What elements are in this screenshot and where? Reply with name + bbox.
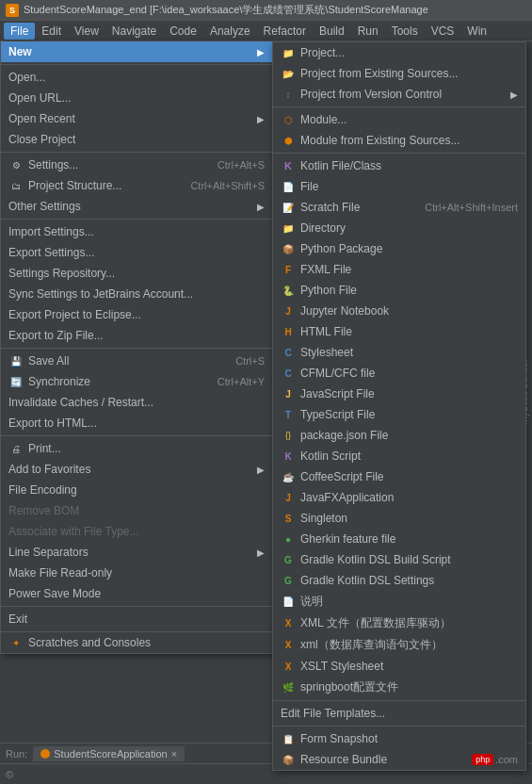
- kotlin-script-icon: K: [281, 449, 296, 464]
- menu-project-vcs[interactable]: ↕ Project from Version Control ▶: [273, 84, 525, 105]
- menu-export-settings[interactable]: Export Settings...: [1, 242, 272, 263]
- menu-close-project[interactable]: Close Project: [1, 129, 272, 150]
- menu-import-settings[interactable]: Import Settings...: [1, 221, 272, 242]
- menu-singleton[interactable]: S Singleton: [273, 508, 525, 529]
- shuoming-label: 说明: [300, 594, 518, 610]
- menu-sync-settings[interactable]: Sync Settings to JetBrains Account...: [1, 284, 272, 304]
- menu-export-zip[interactable]: Export to Zip File...: [1, 325, 272, 346]
- menu-xml-query[interactable]: X xml（数据库查询语句文件）: [273, 634, 525, 656]
- settings-label: Settings...: [28, 158, 208, 172]
- menu-navigate[interactable]: Navigate: [105, 23, 163, 40]
- menu-synchronize[interactable]: 🔄 Synchronize Ctrl+Alt+Y: [1, 371, 272, 392]
- menu-invalidate-caches[interactable]: Invalidate Caches / Restart...: [1, 392, 272, 413]
- menu-open-recent[interactable]: Open Recent ▶: [1, 108, 272, 129]
- menu-new[interactable]: New ▶: [1, 41, 272, 62]
- menu-project-structure[interactable]: 🗂 Project Structure... Ctrl+Alt+Shift+S: [1, 175, 272, 196]
- menu-form-snapshot[interactable]: 📋 Form Snapshot: [273, 728, 525, 749]
- menu-project-existing[interactable]: 📂 Project from Existing Sources...: [273, 63, 525, 84]
- menu-add-favorites[interactable]: Add to Favorites ▶: [1, 459, 272, 480]
- menu-resource-bundle[interactable]: 📦 Resource Bundle php .com: [273, 749, 525, 770]
- menu-view[interactable]: View: [68, 23, 105, 40]
- menu-analyze[interactable]: Analyze: [203, 23, 257, 40]
- menu-win[interactable]: Win: [460, 23, 493, 40]
- title-bar: S StudentScoreManage_end [F:\idea_worksa…: [0, 0, 532, 21]
- menu-kotlin-script[interactable]: K Kotlin Script: [273, 446, 525, 466]
- menu-gradle-kotlin-settings[interactable]: G Gradle Kotlin DSL Settings: [273, 570, 525, 591]
- synchronize-label: Synchronize: [28, 375, 208, 388]
- sep-5: [1, 435, 272, 436]
- menu-javafx[interactable]: J JavaFXApplication: [273, 487, 525, 508]
- menu-scratches[interactable]: ✦ Scratches and Consoles: [1, 631, 272, 653]
- gherkin-label: Gherkin feature file: [300, 532, 518, 546]
- menu-springboot[interactable]: 🌿 springboot配置文件: [273, 677, 525, 698]
- menu-tools[interactable]: Tools: [385, 23, 425, 40]
- menu-edit[interactable]: Edit: [35, 23, 68, 40]
- singleton-label: Singleton: [300, 512, 518, 525]
- file-label: File: [300, 180, 518, 193]
- menu-settings-repo[interactable]: Settings Repository...: [1, 263, 272, 284]
- menu-edit-templates[interactable]: Edit File Templates...: [273, 703, 525, 724]
- menu-project[interactable]: 📁 Project...: [273, 42, 525, 63]
- project-existing-label: Project from Existing Sources...: [300, 67, 518, 80]
- menu-fxml-file[interactable]: F FXML File: [273, 259, 525, 280]
- menu-export-eclipse[interactable]: Export Project to Eclipse...: [1, 304, 272, 325]
- menu-print[interactable]: 🖨 Print...: [1, 438, 272, 459]
- menu-python-file[interactable]: 🐍 Python File: [273, 280, 525, 301]
- ts-file-label: TypeScript File: [300, 408, 518, 421]
- menu-module-existing[interactable]: ⬢ Module from Existing Sources...: [273, 130, 525, 151]
- project-structure-shortcut: Ctrl+Alt+Shift+S: [190, 180, 265, 191]
- add-favorites-arrow: ▶: [257, 465, 265, 475]
- menu-open-url[interactable]: Open URL...: [1, 88, 272, 108]
- menu-ts-file[interactable]: T TypeScript File: [273, 404, 525, 425]
- run-tab-close[interactable]: ×: [171, 748, 177, 760]
- menu-xslt[interactable]: X XSLT Stylesheet: [273, 656, 525, 677]
- menu-cfml[interactable]: C CFML/CFC file: [273, 363, 525, 384]
- menu-gherkin[interactable]: ● Gherkin feature file: [273, 529, 525, 549]
- menu-code[interactable]: Code: [163, 23, 203, 40]
- menu-xml-db[interactable]: X XML 文件（配置数据库驱动）: [273, 612, 525, 634]
- menu-vcs[interactable]: VCS: [425, 23, 461, 40]
- scratch-file-icon: 📝: [281, 200, 296, 215]
- fxml-file-label: FXML File: [300, 263, 518, 276]
- menu-directory[interactable]: 📁 Directory: [273, 218, 525, 238]
- menu-package-json[interactable]: {} package.json File: [273, 425, 525, 446]
- menu-js-file[interactable]: J JavaScript File: [273, 384, 525, 404]
- project-label: Project...: [300, 46, 518, 59]
- menu-python-package[interactable]: 📦 Python Package: [273, 238, 525, 259]
- menu-line-separators[interactable]: Line Separators ▶: [1, 542, 272, 563]
- sep-4: [1, 348, 272, 349]
- menu-shuoming[interactable]: 📄 说明: [273, 591, 525, 612]
- menu-kotlin-file[interactable]: K Kotlin File/Class: [273, 155, 525, 176]
- menu-settings[interactable]: ⚙ Settings... Ctrl+Alt+S: [1, 155, 272, 175]
- menu-scratch-file[interactable]: 📝 Scratch File Ctrl+Alt+Shift+Insert: [273, 197, 525, 218]
- coffee-script-label: CoffeeScript File: [300, 470, 518, 483]
- kotlin-file-icon: K: [281, 158, 296, 173]
- run-tab[interactable]: StudentScoreApplication ×: [33, 746, 185, 761]
- menu-exit[interactable]: Exit: [1, 609, 272, 629]
- menu-coffee-script[interactable]: ☕ CoffeeScript File: [273, 466, 525, 487]
- menu-file[interactable]: File: [4, 23, 35, 40]
- menu-jupyter[interactable]: J Jupyter Notebook: [273, 301, 525, 321]
- menu-module[interactable]: ⬡ Module...: [273, 109, 525, 130]
- settings-icon: ⚙: [8, 157, 24, 172]
- menu-stylesheet[interactable]: C Stylesheet: [273, 342, 525, 363]
- menu-build[interactable]: Build: [313, 23, 351, 40]
- menu-refactor[interactable]: Refactor: [257, 23, 313, 40]
- project-structure-icon: 🗂: [8, 178, 24, 193]
- javafx-icon: J: [281, 490, 296, 505]
- menu-other-settings[interactable]: Other Settings ▶: [1, 196, 272, 217]
- menu-html-file[interactable]: H HTML File: [273, 321, 525, 342]
- menu-make-read-only[interactable]: Make File Read-only: [1, 563, 272, 583]
- menu-run[interactable]: Run: [351, 23, 385, 40]
- menu-save-all[interactable]: 💾 Save All Ctrl+S: [1, 351, 272, 371]
- menu-open[interactable]: Open...: [1, 67, 272, 88]
- menu-export-html[interactable]: Export to HTML...: [1, 413, 272, 433]
- menu-power-save[interactable]: Power Save Mode: [1, 583, 272, 604]
- menu-gradle-kotlin[interactable]: G Gradle Kotlin DSL Build Script: [273, 549, 525, 570]
- menu-file[interactable]: 📄 File: [273, 176, 525, 197]
- open-recent-label: Open Recent: [8, 112, 253, 125]
- other-settings-label: Other Settings: [8, 200, 253, 213]
- open-label: Open...: [8, 71, 265, 84]
- rsep-3: [273, 700, 525, 701]
- menu-file-encoding[interactable]: File Encoding: [1, 480, 272, 500]
